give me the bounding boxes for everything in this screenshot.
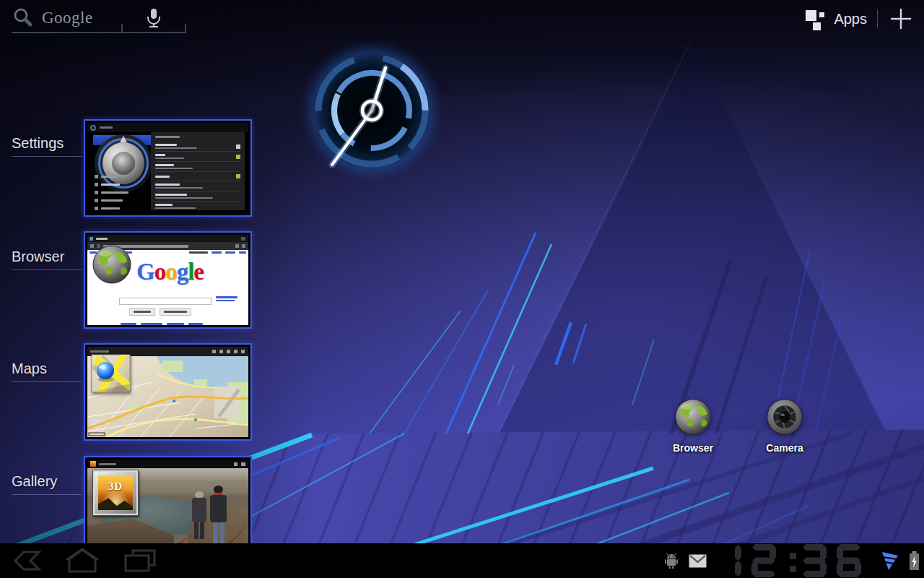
search-box (119, 298, 212, 305)
settings-app-icon (90, 125, 96, 131)
recents-label: Maps (12, 361, 84, 377)
person-figure (209, 486, 227, 543)
search-icon (12, 7, 35, 30)
shortcut-browser[interactable]: Browser (653, 397, 733, 454)
shortcut-camera[interactable]: Camera (745, 397, 824, 454)
maps-thumbnail[interactable] (84, 343, 252, 441)
apps-grid-icon (803, 7, 827, 30)
top-right-divider (877, 9, 878, 28)
honeycomb-home-screen: Google Apps (0, 0, 924, 578)
camera-icon (765, 397, 804, 436)
status-clock (717, 544, 871, 577)
microphone-icon (146, 8, 162, 28)
shortcut-label: Browser (653, 442, 733, 454)
gallery-actionbar (87, 460, 248, 468)
recents-label-underline (12, 156, 82, 157)
analog-clock-widget[interactable] (298, 37, 445, 184)
recents-label-underline (12, 381, 82, 382)
search-logo: Google (42, 9, 93, 27)
back-button[interactable] (12, 543, 45, 578)
status-area[interactable] (664, 543, 924, 578)
apps-button[interactable]: Apps (803, 7, 867, 30)
plus-icon (889, 7, 912, 30)
gallery-3d-app-icon: 3D (92, 470, 139, 516)
maps-app-icon (90, 353, 132, 395)
browser-globe-icon (674, 397, 712, 436)
browser-tab-bar (87, 235, 248, 242)
back-icon (12, 549, 45, 572)
settings-menu-list (95, 175, 128, 213)
shortcut-label: Camera (745, 442, 824, 454)
google-search-widget[interactable]: Google (12, 4, 186, 32)
person-figure (191, 491, 207, 539)
home-button[interactable] (65, 543, 100, 578)
recents-label: Browser (12, 249, 84, 265)
system-bar (0, 543, 924, 578)
usb-debugging-android-icon (664, 553, 679, 569)
battery-charging-icon (909, 551, 920, 571)
recents-label-underline (12, 494, 82, 495)
google-logo: Google (136, 259, 204, 285)
voice-search-button[interactable] (121, 4, 186, 33)
recents-label: Gallery (12, 473, 84, 490)
browser-globe-icon (91, 243, 133, 285)
settings-detail-panel (151, 132, 245, 210)
recent-apps-icon (123, 549, 160, 572)
settings-thumbnail[interactable] (84, 119, 252, 217)
recent-apps-button[interactable] (123, 543, 160, 578)
search-input[interactable]: Google (12, 4, 121, 33)
top-right-cluster: Apps (803, 6, 914, 32)
apps-label: Apps (834, 11, 867, 27)
home-icon (65, 548, 100, 573)
add-widget-button[interactable] (888, 6, 914, 32)
settings-actionbar (87, 123, 248, 132)
signal-strength-icon (881, 551, 899, 571)
google-search-button (129, 308, 155, 316)
feeling-lucky-button (160, 308, 191, 316)
recents-label: Settings (12, 135, 84, 152)
browser-thumbnail[interactable]: Google (84, 231, 252, 329)
email-icon (689, 554, 707, 568)
recents-label-underline (12, 269, 82, 270)
